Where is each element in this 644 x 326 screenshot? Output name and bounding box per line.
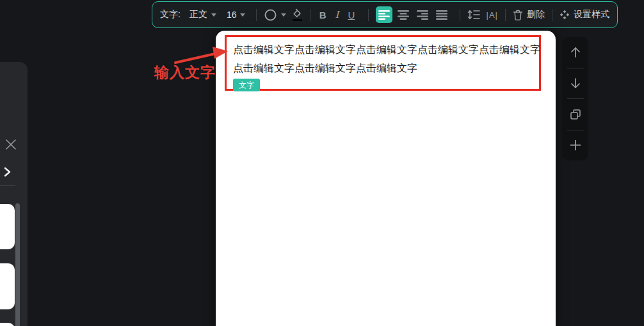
copy-icon	[570, 109, 581, 120]
divider	[552, 9, 552, 21]
text-format-toolbar: 文字: 正文 16 B I U	[152, 1, 618, 28]
divider	[256, 9, 257, 21]
divider	[505, 9, 506, 21]
divider	[567, 130, 584, 130]
text-color-circle-icon	[264, 8, 277, 22]
line-spacing-button[interactable]	[467, 10, 480, 20]
paragraph-style-dropdown[interactable]: 正文	[189, 9, 216, 20]
editable-text-line[interactable]: 点击编辑文字点击编辑文字点击编辑文字点击编辑文字点击编辑文字	[233, 40, 539, 59]
font-size-dropdown[interactable]: 16	[227, 10, 246, 20]
editable-text-line[interactable]: 点击编辑文字点击编辑文字点击编辑文字	[233, 59, 539, 77]
delete-label: 删除	[527, 9, 545, 20]
align-justify-icon	[436, 10, 447, 20]
underline-button[interactable]: U	[346, 7, 356, 22]
panel-scrollbar[interactable]	[15, 203, 20, 326]
chevron-down-icon	[211, 13, 216, 17]
delete-button[interactable]: 删除	[513, 9, 545, 20]
text-element-highlight-box[interactable]: 点击编辑文字点击编辑文字点击编辑文字点击编辑文字点击编辑文字 点击编辑文字点击编…	[225, 35, 541, 91]
element-type-badge: 文字	[233, 79, 260, 91]
paint-bucket-icon	[291, 8, 303, 18]
page-tool-stack	[562, 37, 588, 160]
template-thumbnail[interactable]	[0, 263, 15, 309]
align-right-button[interactable]	[414, 6, 431, 23]
align-center-icon	[398, 10, 409, 20]
divider	[460, 9, 460, 21]
text-color-dropdown[interactable]	[264, 8, 286, 22]
fill-color-button[interactable]	[291, 8, 303, 21]
line-spacing-icon	[467, 10, 480, 20]
set-style-button[interactable]: 设置样式	[559, 9, 609, 20]
toolbar-title: 文字:	[160, 9, 181, 20]
align-center-button[interactable]	[395, 6, 412, 23]
letter-spacing-button[interactable]: |A|	[487, 10, 498, 20]
arrow-down-icon	[569, 77, 582, 89]
font-size-value: 16	[227, 10, 237, 20]
divider	[368, 9, 369, 21]
divider	[0, 185, 15, 186]
arrow-up-icon	[569, 46, 582, 59]
template-thumbnail[interactable]	[0, 323, 15, 326]
align-left-icon	[378, 10, 390, 20]
trash-icon	[513, 10, 523, 20]
add-page-button[interactable]	[562, 132, 588, 158]
duplicate-button[interactable]	[562, 102, 588, 127]
plus-icon	[570, 139, 581, 151]
expand-chevron-right-icon[interactable]	[2, 166, 12, 178]
template-thumbnail[interactable]	[0, 204, 15, 249]
bold-button[interactable]: B	[318, 7, 327, 22]
left-template-panel	[0, 62, 28, 326]
italic-button[interactable]: I	[332, 7, 342, 22]
letter-spacing-icon: |A|	[487, 10, 498, 20]
divider	[567, 68, 584, 68]
move-down-button[interactable]	[562, 70, 588, 96]
annotation-label: 输入文字	[154, 63, 216, 82]
style-diamonds-icon	[559, 10, 570, 20]
set-style-label: 设置样式	[574, 9, 609, 20]
close-button[interactable]	[4, 138, 17, 151]
align-left-button[interactable]	[376, 6, 392, 23]
align-justify-button[interactable]	[433, 6, 450, 23]
divider	[310, 9, 310, 21]
divider	[567, 98, 584, 99]
align-right-icon	[417, 10, 428, 20]
move-up-button[interactable]	[562, 40, 588, 65]
current-fill-color-swatch	[293, 19, 302, 21]
chevron-down-icon	[281, 13, 286, 17]
chevron-down-icon	[240, 13, 245, 17]
paragraph-style-value: 正文	[189, 9, 207, 20]
